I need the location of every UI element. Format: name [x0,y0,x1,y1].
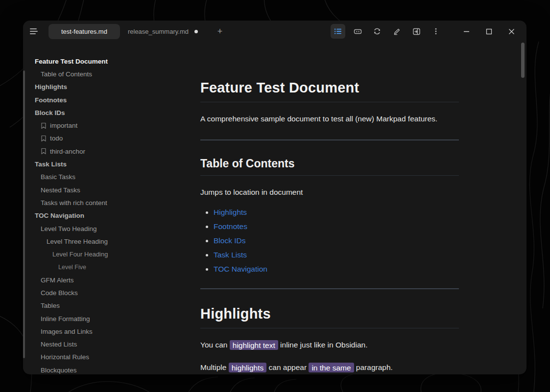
outline-item-level-three-heading[interactable]: Level Three Heading [23,235,189,248]
outline-item-label: Tasks with rich content [41,199,107,207]
app-window: test-features.mdrelease_summary.md + [23,21,526,374]
window-controls [455,23,523,39]
toc-link-footnotes[interactable]: Footnotes [214,222,247,231]
outline-item-label: Feature Test Document [35,58,108,65]
highlights-heading: Highlights [200,306,459,328]
minimize-button[interactable] [455,23,478,39]
toc-link-list: HighlightsFootnotesBlock IDsTask ListsTO… [214,208,459,274]
text-segment: inline just like in Obsidian. [278,341,368,349]
split-panel-icon [412,27,421,36]
close-icon [508,28,515,35]
maximize-button[interactable] [478,23,500,39]
new-tab-button[interactable]: + [215,26,225,37]
toc-link-task-lists[interactable]: Task Lists [214,251,247,259]
outline-item-toc-navigation[interactable]: TOC Navigation [23,209,189,222]
toc-link-toc-navigation[interactable]: TOC Navigation [214,265,267,273]
bookmark-icon [41,135,47,142]
outline-item-level-four-heading[interactable]: Level Four Heading [23,248,189,260]
close-button[interactable] [500,23,523,39]
edit-pen-button[interactable] [389,24,404,39]
outline-item-code-blocks[interactable]: Code Blocks [23,286,189,299]
outline-item-nested-lists[interactable]: Nested Lists [23,338,189,351]
split-panel-button[interactable] [409,24,424,39]
toc-caption: Jumps to location in document [200,186,459,198]
text-segment: You can [200,341,230,349]
pill-badge-button[interactable] [350,24,365,39]
outline-item-footnotes[interactable]: Footnotes [23,93,189,106]
outline-item-label: Images and Links [41,328,93,335]
highlights-paragraphs: You can highlight text inline just like … [200,339,459,374]
outline-item-label: Nested Lists [41,341,77,348]
outline-item-blockquotes[interactable]: Blockquotes [23,364,189,374]
minimize-icon [463,28,470,35]
tab-test-features.md[interactable]: test-features.md [48,24,120,39]
bookmark-icon [41,122,47,129]
outline-item-label: Horizontal Rules [41,353,89,361]
outline-item-gfm-alerts[interactable]: GFM Alerts [23,274,189,286]
outline-item-label: todo [50,135,63,142]
outline-item-tasks-with-rich-content[interactable]: Tasks with rich content [23,196,189,209]
outline-item-inline-formatting[interactable]: Inline Formatting [23,312,189,325]
tab-label: test-features.md [61,28,107,35]
outline-item-table-of-contents[interactable]: Table of Contents [23,68,189,80]
outline-sidebar: Feature Test DocumentTable of ContentsHi… [23,42,189,374]
pill-badge-icon [354,27,362,36]
outline-item-label: Nested Tasks [41,186,80,194]
sync-button[interactable] [370,24,384,39]
outline-item-label: TOC Navigation [35,212,84,219]
toc-list-item: Task Lists [214,251,459,259]
toc-heading: Table of Contents [200,157,459,176]
content-scrollbar[interactable] [521,43,525,78]
menu-hamburger-icon[interactable] [30,26,41,37]
doc-intro-paragraph: A comprehensive sample document to test … [200,113,459,125]
outline-toggle-button[interactable] [331,24,345,39]
tab-release_summary.md[interactable]: release_summary.md [120,24,206,39]
outline-item-tables[interactable]: Tables [23,300,189,312]
outline-item-feature-test-document[interactable]: Feature Test Document [23,55,189,68]
outline-item-label: Level Three Heading [47,238,108,245]
outline-item-label: Code Blocks [41,289,78,297]
outline-item-label: Task Lists [35,161,67,168]
outline-toggle-icon [334,27,342,35]
titlebar: test-features.mdrelease_summary.md + [23,21,526,42]
sidebar-scrollbar[interactable] [23,70,25,358]
highlighted-text: highlights [229,363,267,372]
outline-anchor-todo[interactable]: todo [23,132,189,145]
tab-label: release_summary.md [128,28,189,35]
text-segment: can appear [266,363,309,371]
maximize-icon [486,28,492,35]
outline-item-label: Basic Tasks [41,173,75,181]
outline-item-label: Table of Contents [41,70,92,78]
toc-list-item: TOC Navigation [214,265,459,274]
outline-item-nested-tasks[interactable]: Nested Tasks [23,184,189,196]
outline-item-label: GFM Alerts [41,277,74,284]
outline-item-level-five[interactable]: Level Five [23,261,189,274]
toc-list-item: Block IDs [214,236,459,245]
outline-item-level-two-heading[interactable]: Level Two Heading [23,222,189,235]
outline-item-images-and-links[interactable]: Images and Links [23,325,189,338]
toc-link-highlights[interactable]: Highlights [214,208,247,216]
rendered-document: Feature Test Document A comprehensive sa… [200,80,459,374]
outline-item-basic-tasks[interactable]: Basic Tasks [23,171,189,184]
outline-item-label: Highlights [35,83,67,91]
outline-item-highlights[interactable]: Highlights [23,81,189,93]
outline-anchor-important[interactable]: important [23,119,189,132]
outline-item-block-ids[interactable]: Block IDs [23,106,189,119]
outline-item-label: Level Two Heading [41,225,97,232]
horizontal-rule [200,288,459,289]
kebab-menu-icon [432,27,440,35]
text-segment: Multiple [200,363,229,371]
doc-paragraph: You can highlight text inline just like … [200,339,459,351]
tab-bar: test-features.mdrelease_summary.md [48,24,206,39]
doc-paragraph: Multiple highlights can appear in the sa… [200,362,459,373]
outline-item-label: Block IDs [35,109,65,116]
outline-anchor-third-anchor[interactable]: third-anchor [23,145,189,158]
toolbar [331,24,443,39]
more-options-button[interactable] [429,24,443,39]
outline-item-label: Blockquotes [41,367,77,374]
toc-link-block-ids[interactable]: Block IDs [214,236,245,245]
outline-item-label: Level Four Heading [52,251,108,258]
sync-icon [373,27,382,36]
outline-item-task-lists[interactable]: Task Lists [23,158,189,170]
outline-item-horizontal-rules[interactable]: Horizontal Rules [23,351,189,364]
